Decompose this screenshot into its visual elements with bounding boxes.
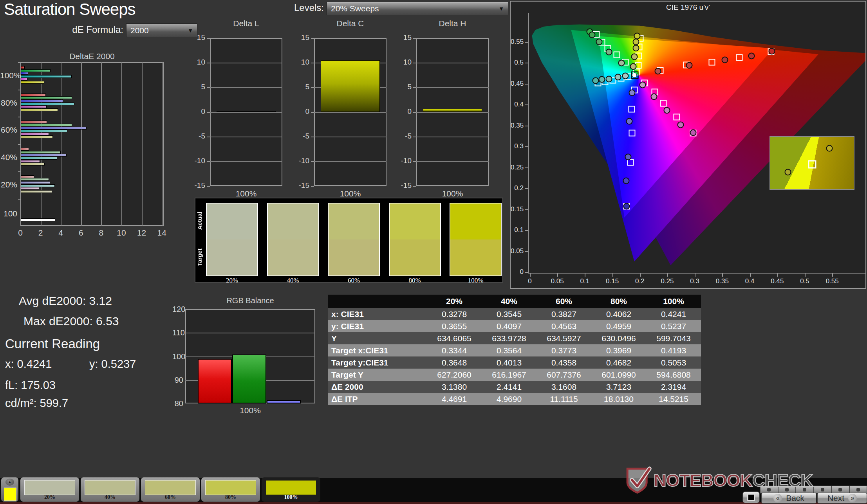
axis-tick <box>413 137 416 137</box>
table-value-cell: 630.0496 <box>591 332 646 344</box>
tab-100%[interactable]: 100% <box>262 477 320 502</box>
table-value-cell: 0.3344 <box>427 344 482 356</box>
actual-swatch <box>450 203 501 239</box>
x-tick-label: 0.35 <box>712 277 732 285</box>
de-formula-dropdown[interactable]: 2000 ▼ <box>126 23 197 37</box>
table-value-cell: 601.0990 <box>591 369 646 381</box>
swatch-pair <box>267 203 319 276</box>
table-row: Target x:CIE310.33440.35640.37730.39690.… <box>328 344 701 356</box>
table-value-cell: 3.1380 <box>427 381 482 393</box>
target-swatch <box>329 239 379 275</box>
levels-dropdown[interactable]: 20% Sweeps ▼ <box>327 2 508 15</box>
nav-segment[interactable] <box>849 486 867 493</box>
reading-cdm2: cd/m²: 599.7 <box>5 397 68 410</box>
tab-40%[interactable]: 40% <box>81 477 139 502</box>
nav-segment[interactable] <box>831 486 849 493</box>
table-value-cell: 18.0130 <box>591 393 646 405</box>
table-value-cell: 0.4563 <box>536 320 591 332</box>
avg-de2000: Avg dE2000: 3.12 <box>19 294 112 308</box>
gridline <box>210 87 282 88</box>
x-tick-label: 6 <box>73 228 89 238</box>
table-value-cell: 0.3655 <box>427 320 482 332</box>
measurement-marker <box>625 153 632 160</box>
measurement-marker <box>592 77 599 84</box>
deltae-bar <box>21 184 55 187</box>
y-tick <box>525 188 528 189</box>
x-tick-label: 0.45 <box>768 277 787 285</box>
next-button-label: Next <box>827 493 844 503</box>
gridline <box>210 161 282 162</box>
x-tick <box>640 274 641 277</box>
measurement-marker <box>632 45 639 51</box>
x-tick <box>722 274 723 277</box>
delta-bar <box>423 109 482 112</box>
y-tick-label: -15 <box>192 181 205 190</box>
y-tick-label: -10 <box>398 157 412 165</box>
deltae-bar <box>21 151 61 154</box>
table-value-cell: 0.3278 <box>427 308 482 320</box>
deltae-bar <box>21 133 49 135</box>
nav-segment[interactable] <box>814 486 832 493</box>
measurement-marker <box>651 93 657 100</box>
tab-60%[interactable]: 60% <box>141 477 200 502</box>
logo-text-check: CHECK <box>752 470 813 491</box>
reading-x: x: 0.4241 <box>5 358 52 371</box>
axis-tick <box>311 161 314 162</box>
tab-swatch <box>145 480 196 495</box>
scroll-up-tab[interactable]: ▲ <box>1 477 18 502</box>
deltae-bar <box>21 178 49 181</box>
table-row: x: CIE310.32780.35450.38270.40620.4241 <box>328 308 701 320</box>
x-tick <box>667 274 668 277</box>
y-tick-label: -5 <box>398 132 412 140</box>
deltae-bar <box>21 148 29 151</box>
y-tick-label: 10 <box>398 58 412 67</box>
saturation-tab-bar: ▲20%40%60%80%100% <box>0 477 352 502</box>
deltae-bar <box>21 75 72 78</box>
tab-label: 80% <box>201 494 260 500</box>
reading-fl: fL: 175.03 <box>5 379 56 392</box>
swatch-column-label: 20% <box>206 277 258 284</box>
chart-title: Delta H <box>416 19 489 28</box>
back-button[interactable]: « Back <box>761 493 816 504</box>
x-tick <box>805 274 806 277</box>
table-value-cell: 0.4241 <box>646 308 701 320</box>
axis-tick <box>207 137 210 137</box>
window-button[interactable] <box>742 491 760 503</box>
measurement-marker <box>632 38 639 45</box>
y-tick <box>525 167 528 168</box>
tab-20%[interactable]: 20% <box>20 477 79 502</box>
table-value-cell: 0.3648 <box>427 356 482 369</box>
chart-title: DeltaE 2000 <box>20 52 164 61</box>
delta-l-chart: Delta L151050-5-10-15100% <box>192 18 290 198</box>
x-tick <box>557 274 558 277</box>
x-tick <box>695 274 695 277</box>
y-tick-label: 0.05 <box>511 247 524 255</box>
x-tick-label: 0.5 <box>795 277 815 285</box>
axis-tick <box>18 62 20 63</box>
y-tick-label: 15 <box>192 33 205 42</box>
next-button[interactable]: Next » <box>817 493 867 504</box>
swatch-pair <box>206 203 258 276</box>
x-tick-label: 14 <box>154 228 170 238</box>
y-tick-label: 0.15 <box>511 205 524 213</box>
y-tick <box>525 63 528 63</box>
deltae-bar <box>21 160 40 163</box>
target-marker <box>628 106 635 112</box>
zoom-inset <box>769 136 854 190</box>
table-value-cell: 0.3773 <box>536 344 591 356</box>
x-tick <box>585 274 585 277</box>
measurement-marker <box>639 81 646 88</box>
gridline <box>142 62 143 226</box>
x-tick-label: 8 <box>93 228 109 238</box>
gridline <box>314 161 387 162</box>
x-tick <box>832 274 833 277</box>
measurement-marker <box>663 107 670 113</box>
table-row: Target y:CIE310.36480.40130.43580.46820.… <box>328 356 701 369</box>
chart-title: RGB Balance <box>185 296 315 305</box>
y-tick-label: 15 <box>296 33 309 42</box>
swatch-column-label: 80% <box>389 277 441 284</box>
y-tick-label: 110 <box>172 328 183 337</box>
tab-80%[interactable]: 80% <box>201 477 260 502</box>
rgb-bar-blue <box>267 400 301 403</box>
deltae-bar <box>21 181 50 184</box>
